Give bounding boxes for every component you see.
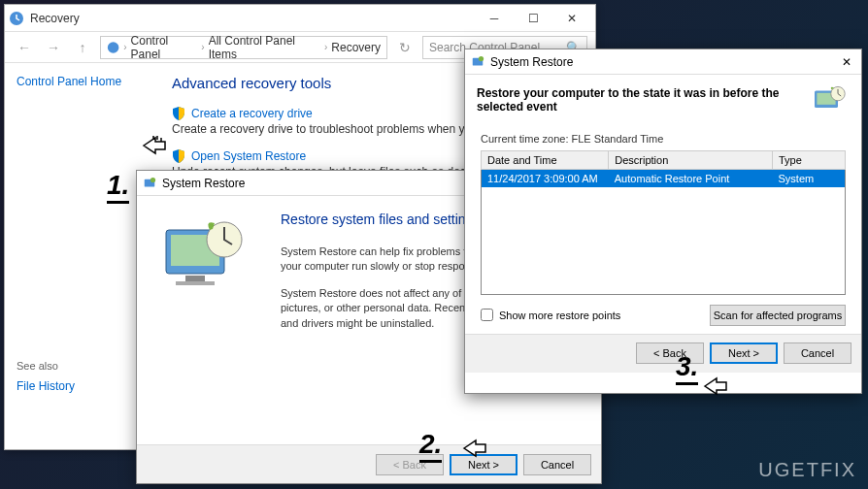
restore-icon: [143, 177, 156, 190]
pointing-hand-icon: [136, 126, 175, 165]
wizard-footer: < Back Next > Cancel: [137, 444, 601, 483]
titlebar: Recovery ─ ☐ ✕: [5, 5, 595, 32]
system-restore-wizard-select: System Restore ✕ Restore your computer t…: [464, 49, 862, 394]
breadcrumb[interactable]: › Control Panel › All Control Panel Item…: [100, 36, 387, 59]
svg-rect-7: [176, 281, 215, 285]
svg-point-3: [150, 177, 155, 181]
system-restore-icon: [811, 84, 850, 115]
scan-affected-button[interactable]: Scan for affected programs: [710, 305, 846, 326]
cell-datetime: 11/24/2017 3:09:00 AM: [482, 170, 609, 188]
col-type[interactable]: Type: [773, 151, 846, 170]
cell-type: System: [773, 170, 846, 188]
cell-description: Automatic Restore Point: [609, 170, 773, 188]
wizard-heading: Restore your computer to the state it wa…: [477, 86, 801, 114]
file-history-link[interactable]: File History: [17, 379, 149, 393]
crumb[interactable]: Control Panel: [131, 34, 198, 61]
minimize-button[interactable]: ─: [475, 5, 514, 32]
refresh-button[interactable]: ↻: [393, 36, 417, 59]
watermark: UGETFIX: [758, 459, 856, 481]
maximize-button[interactable]: ☐: [514, 5, 552, 32]
pointing-hand-icon: [456, 429, 495, 468]
svg-point-10: [479, 55, 484, 60]
see-also-label: See also: [17, 360, 149, 372]
control-panel-home-link[interactable]: Control Panel Home: [17, 75, 121, 88]
up-button[interactable]: ↑: [71, 36, 94, 59]
system-restore-icon: [156, 215, 253, 293]
back-button[interactable]: ←: [13, 36, 36, 59]
tool-link[interactable]: Open System Restore: [191, 149, 306, 163]
wizard-titlebar: System Restore ✕: [465, 49, 861, 75]
wizard-sidebar: [137, 196, 273, 444]
annotation-3: 3.: [676, 351, 698, 385]
crumb[interactable]: Recovery: [331, 41, 381, 54]
wizard-body: Current time zone: FLE Standard Time Dat…: [465, 125, 861, 334]
wizard-header: Restore your computer to the state it wa…: [465, 75, 861, 125]
timezone-label: Current time zone: FLE Standard Time: [481, 133, 846, 145]
crumb[interactable]: All Control Panel Items: [209, 34, 320, 61]
annotation-2: 2.: [419, 429, 442, 463]
cancel-button[interactable]: Cancel: [784, 342, 851, 364]
tool-link[interactable]: Create a recovery drive: [191, 107, 313, 120]
close-button[interactable]: ✕: [552, 5, 591, 32]
cancel-button[interactable]: Cancel: [523, 454, 591, 475]
recovery-icon: [107, 41, 119, 54]
show-more-checkbox[interactable]: [481, 309, 493, 321]
forward-button[interactable]: →: [42, 36, 65, 59]
window-title: Recovery: [30, 12, 475, 25]
restore-icon: [471, 55, 484, 69]
wizard-title: System Restore: [490, 55, 573, 69]
show-more-label: Show more restore points: [499, 310, 620, 321]
close-button[interactable]: ✕: [838, 53, 855, 71]
pointing-hand-icon: [697, 367, 736, 406]
col-datetime[interactable]: Date and Time: [482, 151, 609, 170]
show-more-row: Show more restore points Scan for affect…: [481, 305, 846, 326]
col-description[interactable]: Description: [609, 151, 773, 170]
wizard-footer: < Back Next > Cancel: [465, 334, 861, 373]
svg-point-1: [108, 42, 119, 53]
wizard-title: System Restore: [162, 177, 245, 190]
restore-points-table: Date and Time Description Type 11/24/201…: [481, 150, 846, 295]
svg-rect-6: [185, 276, 205, 281]
annotation-1: 1.: [107, 170, 129, 204]
recovery-icon: [9, 11, 24, 26]
next-button[interactable]: Next >: [710, 342, 778, 364]
shield-icon: [172, 107, 185, 120]
restore-point-row[interactable]: 11/24/2017 3:09:00 AM Automatic Restore …: [482, 170, 846, 188]
